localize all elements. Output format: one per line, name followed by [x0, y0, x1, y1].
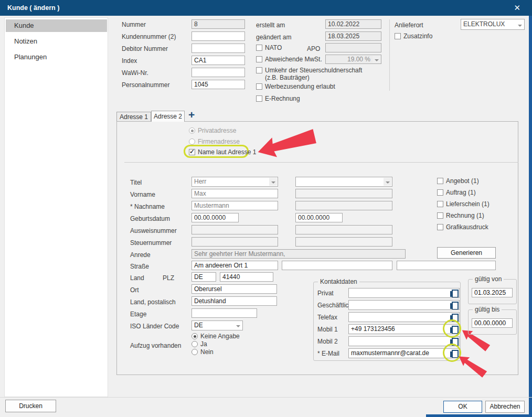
- wawi-field[interactable]: [191, 68, 245, 77]
- abbrechen-button[interactable]: Abbrechen: [485, 401, 525, 413]
- mobil2-label: Mobil 2: [317, 338, 338, 345]
- name-laut-label: Name laut Adresse 1: [198, 148, 256, 156]
- ausweisnummer-label: Ausweisnummer: [130, 227, 177, 234]
- index-field[interactable]: CA1: [191, 56, 245, 65]
- mwst-checkbox-row[interactable]: Abweichende MwSt.: [256, 56, 322, 63]
- gueltig-von-title: gültig von: [473, 275, 504, 283]
- keine-angabe-radio[interactable]: [191, 333, 198, 339]
- zusatzinfo-checkbox[interactable]: [395, 33, 401, 39]
- index-label: Index: [122, 57, 137, 65]
- nachname-label: * Nachname: [130, 203, 165, 210]
- lieferschein-checkbox[interactable]: [437, 201, 443, 207]
- tab-adresse-2[interactable]: Adresse 2: [151, 111, 185, 122]
- tab-adresse-1[interactable]: Adresse 1: [116, 112, 151, 122]
- mwst-value: 19.00 %: [347, 56, 370, 63]
- erechnung-checkbox-row[interactable]: E-Rechnung: [256, 95, 300, 102]
- kundennummer2-field[interactable]: [191, 31, 245, 41]
- debitor-field[interactable]: [191, 44, 245, 53]
- nein-radio-row[interactable]: Nein: [191, 348, 214, 356]
- geaendert-am-label: geändert am: [256, 34, 291, 41]
- email-label: * E-Mail: [317, 350, 339, 357]
- title-bar: Kunde ( ändern ) ✕: [0, 0, 532, 16]
- nein-radio[interactable]: [191, 349, 198, 355]
- name-laut-checkbox-row[interactable]: Name laut Adresse 1: [189, 148, 256, 156]
- close-icon[interactable]: ✕: [514, 3, 520, 13]
- email-value: maxmustermannr@carat.de: [351, 349, 429, 357]
- apo-label: APO: [307, 45, 320, 52]
- umkehr-checkbox[interactable]: [256, 67, 262, 73]
- etage-field[interactable]: [191, 308, 257, 318]
- nachname-field-2: [295, 201, 392, 210]
- erechnung-checkbox[interactable]: [256, 95, 262, 102]
- privat-field[interactable]: [348, 288, 460, 298]
- window-border-bottom: [426, 414, 532, 417]
- iso-laender-code-select[interactable]: DE: [191, 320, 243, 330]
- kundennummer2-label: Kundennummer (2): [122, 33, 176, 40]
- titel-value: Herr: [194, 178, 206, 185]
- ok-button[interactable]: OK: [443, 401, 482, 413]
- chevron-down-icon: [269, 178, 277, 186]
- lieferschein-checkbox-row[interactable]: Lieferschein (1): [437, 200, 490, 208]
- geburtsdatum-field-1[interactable]: 00.00.0000: [191, 213, 239, 222]
- copy-icon[interactable]: [450, 302, 457, 309]
- add-address-tab-button[interactable]: +: [188, 110, 195, 120]
- mobil2-field[interactable]: [348, 336, 460, 346]
- name-laut-checkbox[interactable]: [189, 149, 195, 155]
- mwst-checkbox[interactable]: [256, 56, 262, 62]
- privat-label: Privat: [317, 290, 334, 297]
- plz-field[interactable]: 41440: [220, 272, 273, 282]
- land-postalisch-field[interactable]: Detushland: [191, 296, 277, 306]
- angebot-checkbox-row[interactable]: Angebot (1): [437, 177, 479, 185]
- ja-label: Ja: [200, 340, 207, 348]
- sidebar-item-planungen[interactable]: Planungen: [6, 51, 107, 63]
- zusatzinfo-checkbox-row[interactable]: Zusatzinfo: [395, 33, 432, 40]
- keine-angabe-radio-row[interactable]: Keine Angabe: [191, 333, 240, 340]
- copy-icon[interactable]: [450, 290, 457, 297]
- geaendert-am-field: 18.03.2025: [325, 31, 381, 41]
- land-label: Land: [130, 274, 144, 282]
- strasse-field-3[interactable]: [397, 261, 496, 270]
- geschaeftlich-field[interactable]: [348, 300, 460, 310]
- gueltig-bis-field[interactable]: 00.00.0000: [472, 318, 513, 328]
- vorname-field-1: Max: [191, 189, 278, 198]
- debitor-label: Debitor Nummer: [122, 45, 168, 52]
- telefax-field[interactable]: [348, 312, 460, 322]
- werbezusendung-checkbox-row[interactable]: Werbezusendung erlaubt: [256, 83, 335, 90]
- ja-radio-row[interactable]: Ja: [191, 340, 207, 348]
- strasse-field-2[interactable]: [282, 261, 392, 270]
- umkehr-checkbox-row[interactable]: Umkehr der Steuerschuldnerschaft: [256, 67, 362, 74]
- rechnung-checkbox[interactable]: [437, 212, 443, 219]
- ja-radio[interactable]: [191, 341, 198, 347]
- sidebar-item-notizen[interactable]: Notizen: [6, 35, 107, 48]
- land-field[interactable]: DE: [191, 272, 216, 282]
- sidebar: Kunde Notizen Planungen: [4, 17, 108, 397]
- angebot-checkbox[interactable]: [437, 178, 443, 184]
- nato-checkbox-row[interactable]: NATO: [256, 44, 282, 51]
- erstellt-am-label: erstellt am: [256, 22, 285, 29]
- ort-field[interactable]: Oberursel: [191, 284, 277, 294]
- auftrag-checkbox-row[interactable]: Auftrag (1): [437, 189, 476, 196]
- anlieferort-select[interactable]: ELEKTROLUX: [461, 19, 525, 30]
- nummer-field: 8: [191, 19, 245, 29]
- mwst-label: Abweichende MwSt.: [265, 56, 322, 63]
- sidebar-item-kunde[interactable]: Kunde: [6, 19, 107, 32]
- auftrag-checkbox[interactable]: [437, 189, 443, 196]
- anrede-field: Sehr geehrter Herr Mustermann,: [191, 249, 406, 259]
- geburtsdatum-field-2[interactable]: 00.00.0000: [295, 213, 343, 222]
- privatadresse-label: Privatadresse: [198, 127, 236, 134]
- chevron-down-icon: [234, 322, 242, 329]
- gueltig-von-field[interactable]: 01.03.2025: [472, 288, 513, 297]
- strasse-field-1[interactable]: Am andeeren Ort 1: [191, 261, 278, 270]
- drucken-button[interactable]: Drucken: [5, 400, 56, 412]
- wawi-label: WaWi-Nr.: [122, 69, 148, 77]
- werbezusendung-checkbox[interactable]: [256, 83, 262, 90]
- grafikausdruck-checkbox[interactable]: [437, 224, 443, 230]
- footer-divider: [0, 397, 532, 398]
- rechnung-checkbox-row[interactable]: Rechnung (1): [437, 212, 484, 219]
- chevron-down-icon: [373, 56, 380, 63]
- apo-field: [325, 43, 381, 52]
- grafikausdruck-checkbox-row[interactable]: Grafikausdruck: [437, 223, 488, 231]
- nato-checkbox[interactable]: [256, 45, 262, 51]
- generieren-button[interactable]: Generieren: [437, 247, 496, 259]
- personalnummer-field[interactable]: 1045: [191, 80, 245, 89]
